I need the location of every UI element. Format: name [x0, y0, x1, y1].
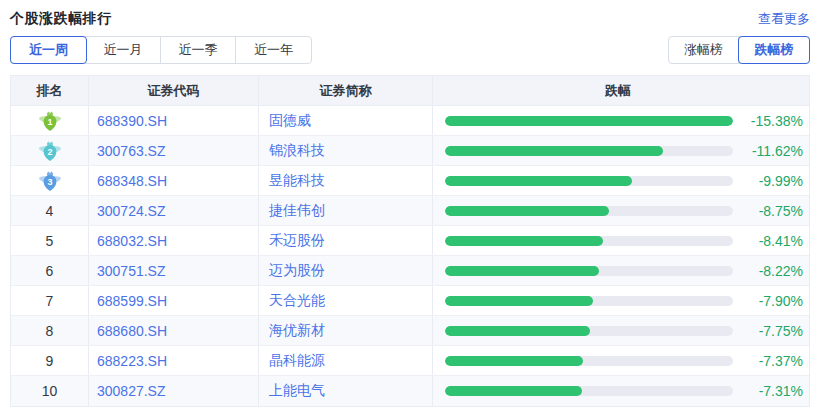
stock-code-link[interactable]: 300763.SZ: [97, 143, 166, 159]
rank-number: 6: [46, 263, 54, 279]
rank-cell: 5: [11, 226, 89, 255]
change-bar: [445, 266, 599, 276]
change-percent: -8.22%: [733, 263, 803, 279]
change-bar-track: [445, 356, 733, 366]
rank-number: 4: [46, 203, 54, 219]
stock-name-link[interactable]: 禾迈股份: [269, 232, 325, 250]
change-bar-track: [445, 146, 733, 156]
change-bar: [445, 176, 632, 186]
stock-name-link[interactable]: 昱能科技: [269, 172, 325, 190]
change-cell: -7.90%: [433, 286, 809, 315]
change-bar: [445, 146, 663, 156]
board-toggle-1[interactable]: 跌幅榜: [738, 36, 810, 64]
rank-cell: 10: [11, 376, 89, 406]
table-row: 2 300763.SZ 锦浪科技 -11.62%: [11, 136, 809, 166]
period-tab-0[interactable]: 近一周: [10, 36, 87, 64]
stock-code-link[interactable]: 300751.SZ: [97, 263, 166, 279]
rank-cell: 8: [11, 316, 89, 345]
svg-text:3: 3: [47, 176, 52, 186]
change-cell: -7.31%: [433, 376, 809, 406]
rank-cell: 6: [11, 256, 89, 285]
table-row: 10 300827.SZ 上能电气 -7.31%: [11, 376, 809, 406]
table-row: 1 688390.SH 固德威 -15.38%: [11, 106, 809, 136]
stock-name-link[interactable]: 晶科能源: [269, 352, 325, 370]
stock-name-link[interactable]: 海优新材: [269, 322, 325, 340]
stock-name-link[interactable]: 固德威: [269, 112, 311, 130]
change-bar-track: [445, 176, 733, 186]
board-toggle-0[interactable]: 涨幅榜: [669, 37, 739, 63]
change-cell: -8.75%: [433, 196, 809, 225]
stock-name-link[interactable]: 迈为股份: [269, 262, 325, 280]
rank-medal-icon: 1: [38, 110, 62, 132]
stock-code-link[interactable]: 688032.SH: [97, 233, 167, 249]
change-cell: -15.38%: [433, 106, 809, 135]
stock-code-link[interactable]: 688390.SH: [97, 113, 167, 129]
table-row: 8 688680.SH 海优新材 -7.75%: [11, 316, 809, 346]
table-body: 1 688390.SH 固德威 -15.38% 2 300763.SZ 锦浪科技…: [11, 106, 809, 406]
rank-number: 5: [46, 233, 54, 249]
change-bar-track: [445, 206, 733, 216]
change-percent: -7.90%: [733, 293, 803, 309]
table-row: 6 300751.SZ 迈为股份 -8.22%: [11, 256, 809, 286]
change-cell: -7.37%: [433, 346, 809, 375]
view-more-link[interactable]: 查看更多: [758, 10, 810, 28]
stock-code-link[interactable]: 300724.SZ: [97, 203, 166, 219]
change-bar: [445, 116, 733, 126]
change-cell: -8.22%: [433, 256, 809, 285]
rank-cell: 9: [11, 346, 89, 375]
stock-code-link[interactable]: 688599.SH: [97, 293, 167, 309]
widget-header: 个股涨跌幅排行 查看更多: [10, 8, 810, 30]
stock-code-link[interactable]: 688348.SH: [97, 173, 167, 189]
rank-number: 8: [46, 323, 54, 339]
change-percent: -15.38%: [733, 113, 803, 129]
table-header-row: 排名 证券代码 证券简称 跌幅: [11, 76, 809, 106]
stock-name-link[interactable]: 上能电气: [269, 382, 325, 400]
change-percent: -8.75%: [733, 203, 803, 219]
stock-ranking-widget: 个股涨跌幅排行 查看更多 近一周近一月近一季近一年 涨幅榜跌幅榜 排名 证券代码…: [0, 0, 818, 407]
rank-medal-icon: 3: [38, 170, 62, 192]
rank-cell: 3: [11, 166, 89, 195]
change-bar-track: [445, 116, 733, 126]
change-cell: -11.62%: [433, 136, 809, 165]
rank-cell: 4: [11, 196, 89, 225]
stock-name-link[interactable]: 锦浪科技: [269, 142, 325, 160]
change-cell: -7.75%: [433, 316, 809, 345]
change-bar-track: [445, 236, 733, 246]
toolbar: 近一周近一月近一季近一年 涨幅榜跌幅榜: [10, 36, 810, 64]
svg-text:1: 1: [47, 116, 52, 126]
rank-number: 9: [46, 353, 54, 369]
change-cell: -9.99%: [433, 166, 809, 195]
change-percent: -9.99%: [733, 173, 803, 189]
period-tab-1[interactable]: 近一月: [86, 37, 161, 63]
board-toggle-group: 涨幅榜跌幅榜: [668, 36, 810, 64]
stock-code-link[interactable]: 688223.SH: [97, 353, 167, 369]
change-percent: -11.62%: [733, 143, 803, 159]
rank-cell: 1: [11, 106, 89, 135]
rank-cell: 7: [11, 286, 89, 315]
stock-name-link[interactable]: 捷佳伟创: [269, 202, 325, 220]
change-percent: -7.31%: [733, 383, 803, 399]
stock-name-link[interactable]: 天合光能: [269, 292, 325, 310]
rank-number: 10: [42, 383, 58, 399]
change-bar-track: [445, 326, 733, 336]
change-bar-track: [445, 386, 733, 396]
column-header-change: 跌幅: [433, 76, 809, 105]
period-tab-group: 近一周近一月近一季近一年: [10, 36, 312, 64]
column-header-rank: 排名: [11, 76, 89, 105]
table-row: 3 688348.SH 昱能科技 -9.99%: [11, 166, 809, 196]
change-bar-track: [445, 266, 733, 276]
table-row: 9 688223.SH 晶科能源 -7.37%: [11, 346, 809, 376]
column-header-code: 证券代码: [89, 76, 259, 105]
period-tab-2[interactable]: 近一季: [161, 37, 236, 63]
change-bar: [445, 206, 609, 216]
change-bar: [445, 236, 603, 246]
table-row: 4 300724.SZ 捷佳伟创 -8.75%: [11, 196, 809, 226]
stock-code-link[interactable]: 300827.SZ: [97, 383, 166, 399]
change-bar: [445, 386, 582, 396]
rank-cell: 2: [11, 136, 89, 165]
svg-text:2: 2: [47, 146, 52, 156]
stock-code-link[interactable]: 688680.SH: [97, 323, 167, 339]
period-tab-3[interactable]: 近一年: [236, 37, 311, 63]
column-header-name: 证券简称: [259, 76, 433, 105]
change-percent: -7.75%: [733, 323, 803, 339]
